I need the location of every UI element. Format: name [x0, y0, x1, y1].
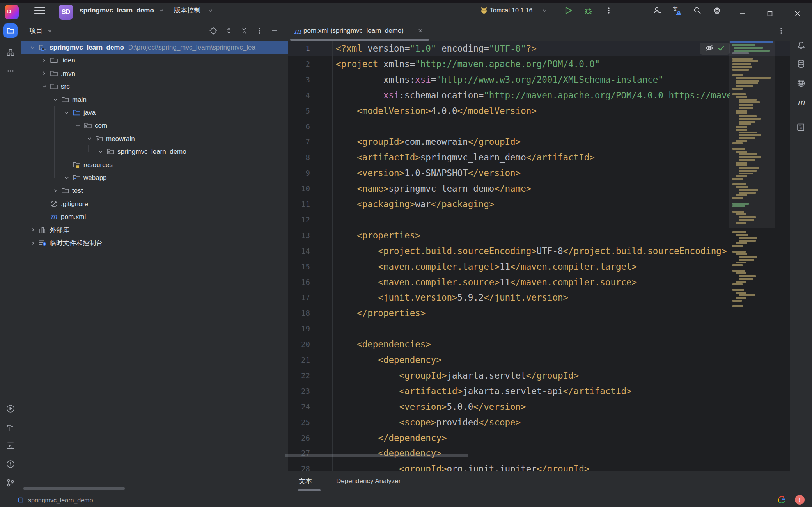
tab-options-kebab-icon[interactable]: [776, 26, 786, 36]
minimap-bar: [739, 121, 755, 123]
package-icon: [84, 121, 92, 130]
chevron-down-icon[interactable]: [74, 121, 82, 130]
panel-options-button[interactable]: [254, 26, 264, 36]
tree-row-springmvc_learn_demo[interactable]: springmvc_learn_demoD:\project\spring_mv…: [21, 41, 288, 54]
chevron-down-icon[interactable]: [40, 82, 48, 91]
chevron-down-icon[interactable]: [45, 26, 55, 36]
code-line-22: <groupId>jakarta.servlet</groupId>: [336, 368, 579, 383]
endpoints-globe-icon[interactable]: [796, 78, 806, 88]
expand-all-button[interactable]: [224, 26, 234, 36]
right-tool-stripe: [790, 21, 812, 493]
tree-row-.mvn[interactable]: .mvn: [21, 67, 288, 80]
chevron-right-icon[interactable]: [28, 239, 37, 247]
run-button[interactable]: [562, 5, 574, 16]
build-tool-window-button[interactable]: [5, 422, 16, 432]
google-icon[interactable]: [777, 495, 786, 506]
scratches-icon: [39, 239, 47, 247]
chevron-down-icon[interactable]: [85, 135, 93, 143]
folder-icon: [50, 56, 58, 64]
line-number: 9: [273, 165, 310, 181]
line-number: 3: [273, 72, 310, 87]
tree-row-pom.xml[interactable]: mpom.xml: [21, 210, 288, 223]
chevron-down-icon[interactable]: [62, 174, 71, 182]
documentation-book-icon[interactable]: A: [796, 122, 806, 132]
minimap-bar: [739, 170, 757, 172]
editor-minimap[interactable]: [729, 41, 775, 228]
tab-text-view[interactable]: 文本: [299, 471, 312, 491]
terminal-tool-window-button[interactable]: [5, 440, 16, 451]
chevron-down-icon[interactable]: [62, 109, 71, 117]
tree-row-java[interactable]: java: [21, 106, 288, 119]
minimap-bar: [732, 300, 742, 302]
locate-file-button[interactable]: [208, 26, 218, 36]
run-tool-window-button[interactable]: [5, 403, 16, 414]
tree-row-.gitignore[interactable]: .gitignore: [21, 197, 288, 210]
tree-row-meowrain[interactable]: meowrain: [21, 132, 288, 145]
problems-tool-window-button[interactable]: [5, 459, 16, 469]
tab-dependency-analyzer[interactable]: Dependency Analyzer: [336, 471, 401, 491]
tree-row-外部库[interactable]: 外部库: [21, 224, 288, 237]
structure-tool-window-button[interactable]: [5, 47, 16, 57]
chevron-right-icon[interactable]: [40, 69, 48, 78]
fatal-error-badge[interactable]: !: [795, 495, 805, 505]
search-everywhere-button[interactable]: [691, 5, 703, 16]
chevron-right-icon[interactable]: [28, 226, 37, 234]
database-tool-window-button[interactable]: [796, 59, 806, 69]
svg-text:m: m: [797, 98, 805, 107]
minimap-bar: [739, 189, 758, 191]
debug-button[interactable]: [582, 5, 594, 16]
project-tool-window-button[interactable]: [3, 23, 18, 38]
chevron-down-icon[interactable]: [28, 43, 37, 52]
minimap-bar: [736, 297, 746, 299]
tree-row-临时文件和控制台[interactable]: 临时文件和控制台: [21, 237, 288, 249]
more-actions-button[interactable]: [603, 5, 615, 16]
status-project-name[interactable]: springmvc_learn_demo: [28, 493, 93, 507]
tree-row-com[interactable]: com: [21, 119, 288, 132]
resources-folder-icon: [73, 161, 81, 169]
chevron-down-icon[interactable]: [96, 148, 105, 156]
translate-icon[interactable]: 文A: [672, 5, 683, 16]
main-menu-button[interactable]: [34, 6, 45, 14]
run-configuration-select[interactable]: Tomcat 10.1.16: [490, 3, 532, 18]
project-avatar[interactable]: SD: [59, 5, 73, 20]
inspection-widget[interactable]: [700, 43, 730, 55]
project-panel-hscrollbar[interactable]: [23, 487, 125, 490]
maven-tool-window-button[interactable]: m: [796, 97, 806, 107]
tree-row-test[interactable]: test: [21, 184, 288, 197]
minimap-bar: [736, 96, 747, 98]
minimize-button[interactable]: [736, 7, 749, 20]
settings-gear-icon[interactable]: [711, 5, 723, 16]
vcs-menu[interactable]: 版本控制: [174, 3, 200, 18]
close-tab-icon[interactable]: [417, 28, 424, 36]
line-number: 2: [273, 56, 310, 72]
more-tool-windows-button[interactable]: [5, 66, 16, 76]
git-tool-window-button[interactable]: [5, 477, 16, 488]
hide-panel-button[interactable]: [269, 26, 280, 36]
code-area[interactable]: <?xml version="1.0" encoding="UTF-8"?><p…: [336, 41, 730, 471]
project-panel-title[interactable]: 项目: [29, 21, 43, 41]
minimap-bar: [736, 162, 747, 164]
minimap-bar: [736, 140, 747, 142]
editor-tab-pom[interactable]: m pom.xml (springmvc_learn_demo): [290, 21, 429, 41]
chevron-down-icon[interactable]: [51, 96, 59, 104]
minimap-bar: [732, 93, 746, 95]
stripe-divider: [5, 43, 16, 43]
project-name-menu[interactable]: springmvc_learn_demo: [80, 3, 154, 18]
maximize-button[interactable]: [763, 7, 777, 20]
line-number: 19: [273, 321, 310, 336]
tree-row-webapp[interactable]: webapp: [21, 171, 288, 184]
tree-row-resources[interactable]: resources: [21, 158, 288, 171]
collapse-all-button[interactable]: [239, 26, 249, 36]
tree-row-springmvc_learn_demo[interactable]: springmvc_learn_demo: [21, 145, 288, 158]
notifications-bell-icon[interactable]: [796, 40, 806, 50]
tree-row-src[interactable]: src: [21, 80, 288, 93]
code-line-14: <project.build.sourceEncoding>UTF-8</pro…: [336, 243, 727, 259]
tree-row-.idea[interactable]: .idea: [21, 54, 288, 67]
chevron-right-icon[interactable]: [40, 56, 48, 64]
tree-row-main[interactable]: main: [21, 93, 288, 106]
highlighting-off-eye-icon[interactable]: [705, 44, 714, 53]
chevron-right-icon[interactable]: [51, 187, 59, 195]
code-with-me-button[interactable]: [652, 5, 663, 16]
editor-hscrollbar[interactable]: [285, 454, 468, 457]
close-button[interactable]: [791, 7, 804, 20]
